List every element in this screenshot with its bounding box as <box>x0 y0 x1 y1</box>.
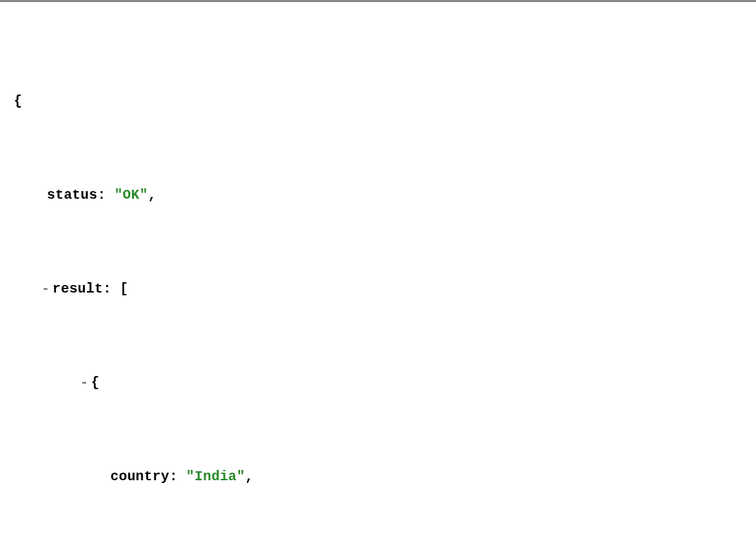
result-line: -result: [ <box>14 277 742 301</box>
json-viewer: { status: "OK", -result: [ -{ country: "… <box>14 19 742 552</box>
country-line: country: "India", <box>14 465 742 489</box>
status-line: status: "OK", <box>14 184 742 207</box>
entry-open-brace: -{ <box>14 371 742 395</box>
toggle-entry[interactable]: - <box>80 375 88 391</box>
root-open-brace: { <box>14 90 742 113</box>
toggle-result[interactable]: - <box>41 281 50 297</box>
